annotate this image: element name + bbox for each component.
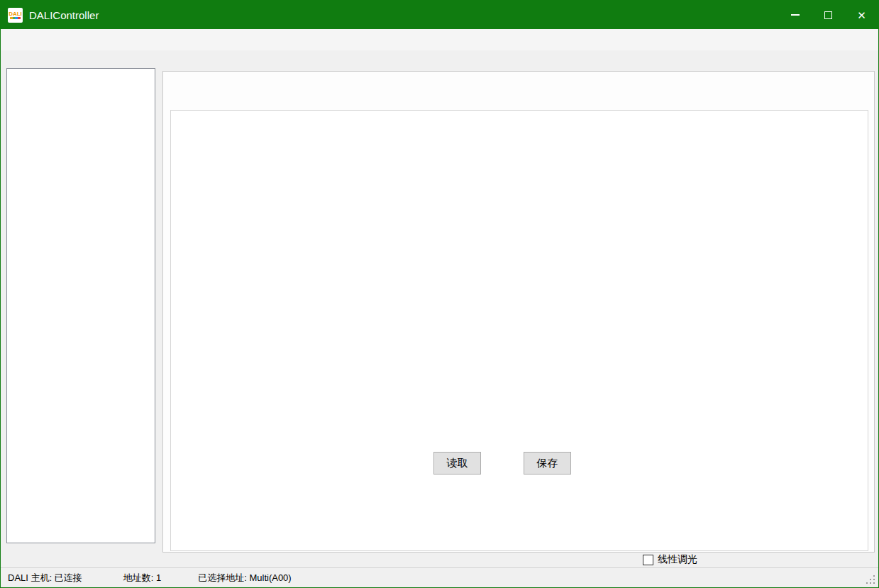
title-bar: DALI DALIController ✕ bbox=[1, 1, 878, 29]
minimize-icon bbox=[791, 14, 800, 16]
read-button[interactable]: 读取 bbox=[433, 452, 481, 475]
app-window: DALI DALIController ✕ 读取 保存 线性调光 DALI 主机… bbox=[0, 0, 879, 588]
status-host: DALI 主机: 已连接 bbox=[8, 572, 82, 584]
save-button[interactable]: 保存 bbox=[524, 452, 571, 475]
window-controls: ✕ bbox=[778, 1, 878, 29]
maximize-button[interactable] bbox=[812, 1, 845, 29]
close-button[interactable]: ✕ bbox=[845, 1, 878, 29]
linear-dimming-checkbox[interactable] bbox=[643, 555, 653, 565]
menu-bar bbox=[1, 29, 878, 50]
status-bar: DALI 主机: 已连接 地址数: 1 已选择地址: Multi(A00) bbox=[1, 567, 878, 587]
linear-dimming-option: 线性调光 bbox=[643, 553, 697, 566]
app-icon: DALI bbox=[8, 8, 23, 23]
resize-grip[interactable] bbox=[873, 582, 875, 584]
minimize-button[interactable] bbox=[778, 1, 812, 29]
status-address-count: 地址数: 1 bbox=[123, 572, 161, 584]
status-selected-address: 已选择地址: Multi(A00) bbox=[198, 572, 291, 584]
app-icon-text: DALI bbox=[9, 11, 22, 17]
maximize-icon bbox=[824, 11, 832, 19]
cct-control-tab-page: 读取 保存 bbox=[162, 71, 875, 553]
close-icon: ✕ bbox=[857, 10, 866, 21]
cct-scene-tab-page: 读取 保存 bbox=[170, 110, 868, 551]
device-tree bbox=[6, 68, 155, 543]
window-title: DALIController bbox=[29, 9, 99, 21]
linear-dimming-label: 线性调光 bbox=[658, 553, 697, 566]
